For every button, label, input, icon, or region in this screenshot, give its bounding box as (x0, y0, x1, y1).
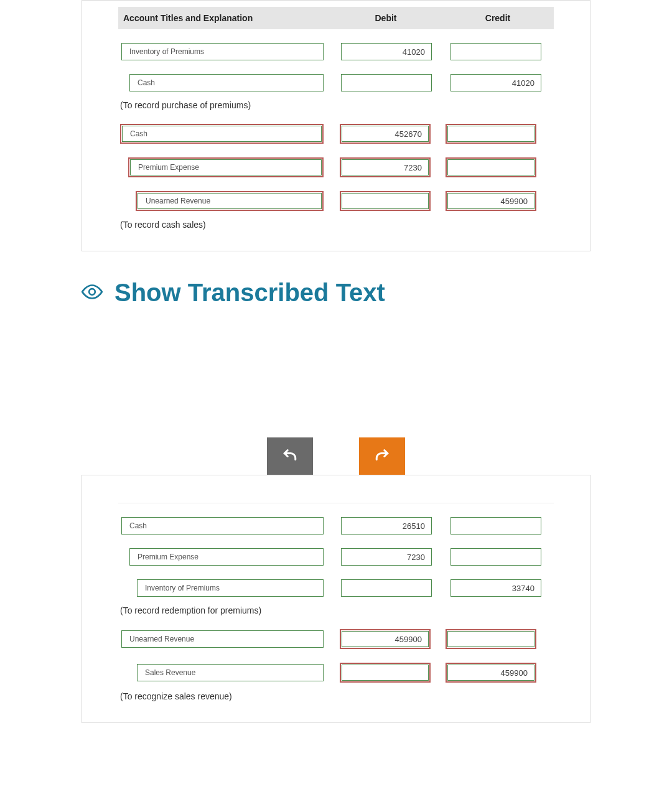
credit-field[interactable] (450, 43, 541, 60)
journal-card-top: Account Titles and Explanation Debit Cre… (81, 0, 591, 251)
debit-field[interactable]: 7230 (341, 548, 432, 566)
journal-row: Premium Expense 7230 (118, 157, 554, 177)
table-header: Account Titles and Explanation Debit Cre… (118, 7, 554, 29)
journal-card-bottom: Cash 26510 Premium Expense 7230 Inventor… (81, 475, 591, 723)
journal-row: Cash 41020 (118, 74, 554, 91)
credit-field-error[interactable] (446, 157, 536, 177)
account-field[interactable]: Unearned Revenue (121, 630, 324, 648)
account-field-error[interactable]: Premium Expense (128, 157, 324, 177)
journal-row: Inventory of Premiums 41020 (118, 43, 554, 60)
show-transcribed-label: Show Transcribed Text (114, 279, 385, 307)
credit-field[interactable]: 41020 (450, 74, 541, 91)
credit-field-error[interactable]: 459900 (446, 191, 536, 211)
explanation-text: (To record redemption for premiums) (120, 605, 554, 615)
svg-point-0 (89, 289, 95, 295)
account-field[interactable]: Cash (121, 517, 324, 535)
nav-button-row (81, 437, 591, 475)
header-credit: Credit (442, 13, 554, 23)
eye-icon (81, 281, 103, 306)
account-field[interactable]: Cash (129, 74, 324, 91)
debit-field[interactable] (341, 579, 432, 597)
journal-row: Unearned Revenue 459900 (118, 191, 554, 211)
explanation-text: (To recognize sales revenue) (120, 691, 554, 701)
undo-icon (281, 446, 299, 467)
debit-field-error[interactable] (340, 663, 431, 683)
debit-field[interactable]: 26510 (341, 517, 432, 535)
header-debit: Debit (330, 13, 442, 23)
credit-field-error[interactable] (446, 124, 536, 144)
debit-field-error[interactable]: 459900 (340, 629, 431, 649)
explanation-text: (To record cash sales) (120, 220, 554, 230)
debit-field-error[interactable]: 452670 (340, 124, 431, 144)
credit-field-error[interactable]: 459900 (446, 663, 536, 683)
debit-field-error[interactable]: 7230 (340, 157, 431, 177)
account-field[interactable]: Inventory of Premiums (121, 43, 324, 60)
account-field-error[interactable]: Unearned Revenue (136, 191, 324, 211)
credit-field-error[interactable] (446, 629, 536, 649)
header-title: Account Titles and Explanation (118, 13, 330, 23)
credit-field[interactable] (450, 548, 541, 566)
account-field[interactable]: Sales Revenue (137, 664, 324, 681)
debit-field[interactable] (341, 74, 432, 91)
redo-button[interactable] (359, 437, 405, 475)
credit-field[interactable] (450, 517, 541, 535)
account-field-error[interactable]: Cash (120, 124, 324, 144)
account-field[interactable]: Inventory of Premiums (137, 579, 324, 597)
journal-row: Unearned Revenue 459900 (118, 629, 554, 649)
journal-row: Inventory of Premiums 33740 (118, 579, 554, 597)
debit-field[interactable]: 41020 (341, 43, 432, 60)
undo-button[interactable] (267, 437, 313, 475)
journal-row: Cash 452670 (118, 124, 554, 144)
debit-field-error[interactable] (340, 191, 431, 211)
credit-field[interactable]: 33740 (450, 579, 541, 597)
journal-row: Cash 26510 (118, 517, 554, 535)
explanation-text: (To record purchase of premiums) (120, 100, 554, 110)
divider (118, 503, 554, 503)
redo-icon (373, 446, 391, 467)
account-field[interactable]: Premium Expense (129, 548, 324, 566)
show-transcribed-button[interactable]: Show Transcribed Text (81, 279, 591, 307)
journal-row: Sales Revenue 459900 (118, 663, 554, 683)
journal-row: Premium Expense 7230 (118, 548, 554, 566)
